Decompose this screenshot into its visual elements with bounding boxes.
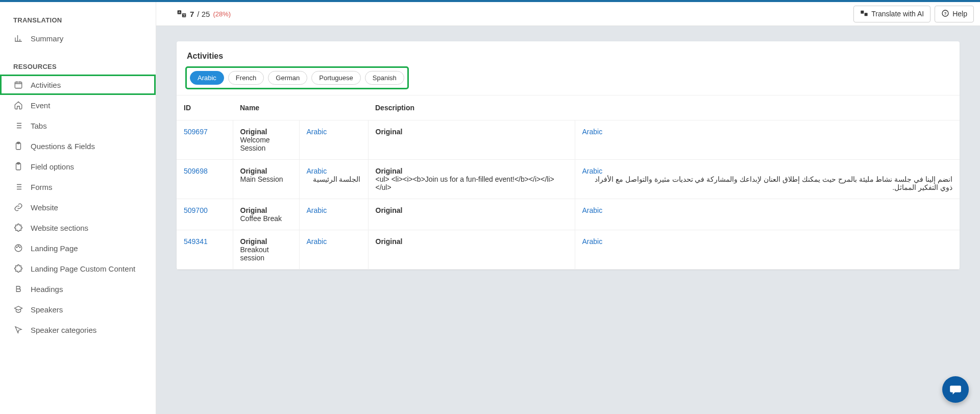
sidebar-item-activities[interactable]: Activities [0,75,156,95]
translate-icon: A文 [177,9,187,19]
row-id-link[interactable]: 509700 [184,206,208,214]
sidebar-item-website-sections[interactable]: Website sections [0,217,156,238]
lang-link[interactable]: Arabic [307,167,361,175]
table-row: 509697OriginalWelcome SessionArabicOrigi… [177,120,960,160]
cell-desc-original: Original [368,230,575,270]
row-id-link[interactable]: 509698 [184,167,208,175]
sidebar-item-label: Summary [31,34,63,43]
language-filter-group: ArabicFrenchGermanPortugueseSpanish [187,68,407,88]
progress-percent: (28%) [213,10,231,18]
lang-pill-spanish[interactable]: Spanish [365,71,404,85]
svg-point-7 [18,246,19,247]
sidebar-item-landing-page[interactable]: Landing Page [0,238,156,258]
card-header: Activities ArabicFrenchGermanPortugueseS… [177,41,960,95]
table-row: 549341OriginalBreakout sessionArabicOrig… [177,230,960,270]
cell-desc-original: Original<ul> <li><i><b>Join us for a fun… [368,160,575,199]
card-title: Activities [187,52,949,61]
bar-chart-icon [13,33,23,43]
activities-table: ID Name Description 509697OriginalWelcom… [177,95,960,270]
puzzle-icon [13,263,23,274]
puzzle-icon [13,223,23,233]
svg-rect-0 [15,82,22,88]
progress-current: 7 [190,10,194,18]
svg-point-8 [19,247,20,248]
lang-link[interactable]: Arabic [307,128,361,136]
svg-text:文: 文 [183,13,186,17]
sidebar-item-speaker-categories[interactable]: Speaker categories [0,320,156,340]
sidebar-section-title: RESOURCES [0,48,156,75]
lang-pill-arabic[interactable]: Arabic [190,71,224,85]
sidebar-item-label: Speakers [31,305,63,314]
main-content: A文 7 / 25 (28%) Translate with AI ? H [156,2,980,414]
row-id-link[interactable]: 509697 [184,128,208,136]
chat-icon [949,383,962,396]
lang-pill-portuguese[interactable]: Portuguese [311,71,361,85]
help-icon: ? [941,9,949,19]
cell-name-original: OriginalMain Session [233,160,299,199]
sidebar-item-label: Tabs [31,121,47,130]
list-icon [13,120,23,131]
sidebar-item-label: Questions & Fields [31,142,95,151]
lang-link[interactable]: Arabic [582,237,953,246]
cell-name-original: OriginalBreakout session [233,230,299,270]
sidebar-item-label: Event [31,101,50,110]
cell-desc-translated: Arabic [575,199,960,230]
cell-name-original: OriginalCoffee Break [233,199,299,230]
help-button[interactable]: ? Help [935,6,974,22]
translate-ai-label: Translate with AI [871,10,924,18]
sidebar-item-field-options[interactable]: Field options [0,156,156,177]
table-header-row: ID Name Description [177,95,960,120]
clipboard-icon [13,161,23,172]
sidebar-item-label: Website [31,203,58,212]
bold-icon [13,284,23,294]
translate-ai-button[interactable]: Translate with AI [853,6,930,22]
cell-desc-original: Original [368,199,575,230]
sidebar-item-label: Activities [31,81,61,89]
cell-name-original: OriginalWelcome Session [233,120,299,160]
palette-icon [13,243,23,253]
sidebar-item-questions-fields[interactable]: Questions & Fields [0,136,156,156]
lang-link[interactable]: Arabic [307,237,361,246]
sidebar-item-label: Landing Page [31,244,78,253]
table-row: 509698OriginalMain SessionArabicالجلسة ا… [177,160,960,199]
translation-progress: A文 7 / 25 (28%) [177,9,231,19]
lang-pill-french[interactable]: French [228,71,264,85]
cell-name-translated: Arabicالجلسة الرئيسية [299,160,368,199]
sidebar-section-title: TRANSLATION [0,2,156,28]
lang-link[interactable]: Arabic [582,206,953,214]
translate-icon [860,9,868,19]
sidebar-item-label: Field options [31,162,74,171]
cell-desc-translated: Arabic [575,120,960,160]
th-id: ID [177,95,233,120]
sidebar-item-speakers[interactable]: Speakers [0,299,156,320]
sidebar-item-tabs[interactable]: Tabs [0,115,156,136]
sidebar-item-landing-page-custom-content[interactable]: Landing Page Custom Content [0,258,156,279]
cell-name-translated: Arabic [299,230,368,270]
chat-widget-button[interactable] [942,376,969,403]
svg-rect-13 [861,10,864,13]
home-icon [13,100,23,110]
cell-desc-translated: Arabic [575,230,960,270]
sidebar-item-label: Forms [31,183,53,191]
sidebar-item-label: Headings [31,285,63,294]
list-icon [13,182,23,192]
lang-link[interactable]: Arabic [307,206,361,214]
sidebar-item-label: Landing Page Custom Content [31,264,135,273]
sidebar-item-forms[interactable]: Forms [0,177,156,197]
sidebar-item-headings[interactable]: Headings [0,279,156,299]
svg-text:?: ? [944,11,947,16]
th-description: Description [368,95,960,120]
sidebar-item-website[interactable]: Website [0,197,156,217]
lang-pill-german[interactable]: German [268,71,307,85]
cursor-icon [13,325,23,335]
sidebar-item-event[interactable]: Event [0,95,156,115]
sidebar-item-summary[interactable]: Summary [0,28,156,48]
lang-link[interactable]: Arabic [582,128,953,136]
row-id-link[interactable]: 549341 [184,237,208,246]
sidebar-item-label: Website sections [31,224,88,232]
lang-link[interactable]: Arabic [582,167,953,175]
link-icon [13,202,23,212]
activities-card: Activities ArabicFrenchGermanPortugueseS… [177,41,960,270]
main-topbar: A文 7 / 25 (28%) Translate with AI ? H [156,2,980,26]
cell-desc-original: Original [368,120,575,160]
